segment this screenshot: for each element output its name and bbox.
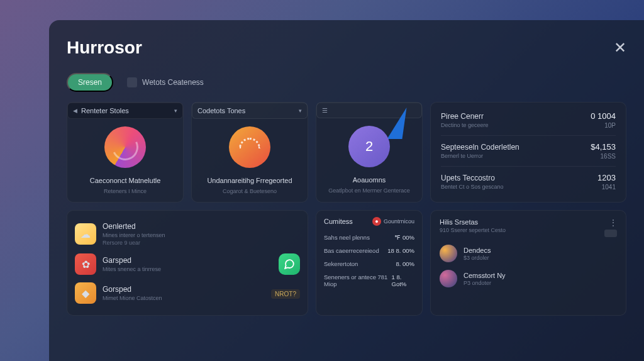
stats-panel: Piree Cenerr Dectino te geceere 0 1004 1… [430,102,626,203]
alert-badge-icon: ● [372,217,381,226]
stat-value: 1203 [597,173,616,182]
stat-sub: Bentet Ct o Sos gescano [441,184,504,190]
stat-label: Septeeseln Coderletlen [441,143,519,152]
stat-label: Upets Teccostro [441,174,504,182]
tabs-row: Sresen Wetots Ceateness [67,73,626,92]
card-b-dropdown[interactable]: Codetots Tones ▾ [192,103,308,119]
tab-label: Wetots Ceateness [142,78,204,87]
card-a-sub: Reteners I Mince [75,188,175,194]
card-accounts[interactable]: ☰ 2 Aoauomns Geatlpbot en Mermer Gentera… [316,102,423,203]
arc-icon [229,126,270,168]
card-b-title: Undannareitihg Frregeorted [199,177,300,184]
person-sub: P3 ondoter [464,280,506,286]
divider [441,135,616,136]
app-sub: Mites snenec a tinrrese [103,266,161,272]
chevron-down-icon: ▾ [299,108,302,114]
stat-value: $4,153 [591,142,616,152]
person-sub: $3 ordoler [464,255,491,261]
app-icon: ✿ [75,253,96,275]
chat-icon [279,253,300,275]
metrics-panel: Cumitess ● Gountrnicou Sahs neel plenns … [316,210,423,316]
card-a-dropdown[interactable]: ◀ Renteter Stoles ▾ [67,103,183,119]
avatar [440,245,457,262]
card-a-head: Renteter Stoles [81,107,129,114]
count-badge: 2 [348,126,390,167]
app-icon: ☁ [75,223,96,245]
metric-row: Sekerertoton 8. 00% [324,257,414,270]
gauge-icon [104,126,146,168]
card-categories[interactable]: ◀ Renteter Stoles ▾ Caecononct Matnelutl… [67,102,184,203]
card-c-title: Aoauomns [324,176,414,184]
person-name: Cemsstort Ny [464,272,506,279]
pill-badge [604,230,617,237]
app-sub: Mines interer o tertensen [103,232,165,238]
bottom-grid: ☁ Oenlerted Mines interer o tertensen Re… [67,210,626,316]
metric-label: Sekerertoton [324,260,358,267]
tab-pill[interactable]: Sresen [67,73,113,92]
people-panel: Hilis Srsetas 910 Sserer sepertet Cesto … [430,210,626,316]
card-a-title: Caecononct Matnelutle [75,177,175,184]
stat-vsub: 1041 [597,184,616,191]
app-title: Gorsped [103,285,162,294]
metrics-head: Cumitess ● Gountrnicou [324,217,414,226]
metric-row: Bas caeerrecereieod 18 8. 00% [324,244,414,257]
metric-value: 8. 00% [396,260,414,267]
stat-row[interactable]: Septeeseln Coderletlen Bernerl te Uerror… [441,142,616,160]
close-icon: ✕ [614,39,626,56]
app-action[interactable] [279,253,300,275]
main-panel: Hurrosor ✕ Sresen Wetots Ceateness ◀ Ren… [49,20,644,361]
person-name: Dendecs [464,247,491,254]
close-button[interactable]: ✕ [614,39,626,57]
metric-row: Sahs neel plenns ℉ 00% [324,231,414,244]
metric-value: 1 8. Got% [392,274,414,287]
stat-row[interactable]: Piree Cenerr Dectino te geceere 0 1004 1… [441,111,616,129]
app-badge: NROT? [271,287,300,299]
menu-icon[interactable]: ⋮ [609,218,617,227]
app-title: Garsped [103,256,161,265]
app-list: ☁ Oenlerted Mines interer o tertensen Re… [67,210,308,316]
stat-sub: Bernerl te Uerror [441,153,519,159]
list-item[interactable]: ◆ Gorsped Mimet Mione Catostcen NROT? [75,279,300,308]
tab-secondary[interactable]: Wetots Ceateness [127,77,204,87]
metric-row: Seneners or antece 781 Miop 1 8. Got% [324,270,414,291]
avatar [440,270,457,287]
metric-value: ℉ 00% [394,234,414,241]
stat-row[interactable]: Upets Teccostro Bentet Ct o Sos gescano … [441,173,616,191]
card-c-sub: Geatlpbot en Mermer Genterace [324,187,414,194]
app-sub2: Rersore 9 uear [103,240,165,246]
list-item[interactable]: ☁ Oenlerted Mines interer o tertensen Re… [75,218,300,250]
app-icon: ◆ [75,282,96,304]
chevron-down-icon: ▾ [174,108,177,114]
divider [441,166,616,167]
card-tones[interactable]: Codetots Tones ▾ Undannareitihg Frregeor… [191,102,308,203]
metric-label: Seneners or antece 781 Miop [324,274,392,287]
stat-sub: Dectino te geceere [441,122,489,128]
filter-icon: ☰ [322,107,328,114]
top-grid: ◀ Renteter Stoles ▾ Caecononct Matnelutl… [67,102,626,203]
app-title: Oenlerted [103,222,165,231]
tab-icon [127,77,137,87]
stat-value: 0 1004 [591,111,616,121]
people-head: Hilis Srsetas 910 Sserer sepertet Cesto … [440,218,617,237]
metrics-badge-label: Gountrnicou [384,218,414,225]
metric-label: Sahs neel plenns [324,234,370,241]
card-b-sub: Cogarot & Bueteseno [199,188,300,194]
card-b-head: Codetots Tones [197,107,245,114]
person-row[interactable]: Cemsstort Ny P3 ondoter [440,270,617,287]
people-title: Hilis Srsetas [440,218,506,226]
app-sub: Mimet Mione Catostcen [103,295,162,301]
list-item[interactable]: ✿ Garsped Mites snenec a tinrrese [75,250,300,279]
stat-vsub: 16SS [591,153,616,160]
stat-label: Piree Cenerr [441,112,489,121]
metric-label: Bas caeerrecereieod [324,247,379,254]
person-row[interactable]: Dendecs $3 ordoler [440,245,617,262]
metrics-title: Cumitess [324,218,353,225]
stat-vsub: 10P [591,122,616,129]
chevron-left-icon: ◀ [73,108,77,114]
header: Hurrosor ✕ [67,38,626,58]
people-sub: 910 Sserer sepertet Cesto [440,227,506,233]
app-title: Hurrosor [67,38,142,58]
metric-value: 18 8. 00% [387,247,414,254]
